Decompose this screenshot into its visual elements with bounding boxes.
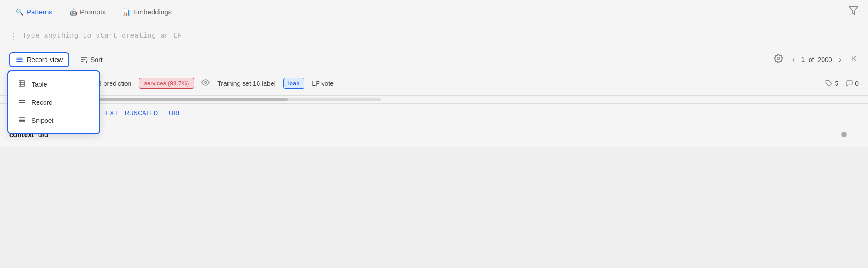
scrollbar-row <box>0 96 868 104</box>
filter-icon[interactable] <box>849 6 859 18</box>
svg-point-19 <box>205 81 207 83</box>
dropdown-snippet-label: Snippet <box>32 117 53 124</box>
tab-prompts[interactable]: 🤖 Prompts <box>63 5 112 19</box>
collapse-icon[interactable] <box>850 54 859 65</box>
tag-count: 5 <box>825 80 838 87</box>
dots-icon[interactable]: ⋮ <box>9 31 18 41</box>
col-header-text-truncated[interactable]: TEXT_TRUNCATED <box>102 109 158 116</box>
table-icon <box>18 80 26 89</box>
search-row: ⋮ Type anything to start creating an LF <box>0 24 868 48</box>
pagination-current: 1 <box>801 56 805 64</box>
dropdown-menu: Table Record <box>7 70 100 134</box>
dropdown-table-label: Table <box>32 81 47 88</box>
bottom-row: context_uid <box>0 122 868 147</box>
snippet-icon <box>18 116 26 125</box>
scrollbar-dot[interactable] <box>841 132 847 137</box>
eye-icon[interactable] <box>201 78 210 89</box>
toolbar-row: Record view Sort ‹ 1 of <box>0 48 868 71</box>
prompts-icon: 🤖 <box>69 8 77 16</box>
dropdown-record-label: Record <box>32 99 52 106</box>
svg-marker-0 <box>849 7 858 15</box>
pagination-total: 2000 <box>818 56 832 64</box>
pagination-separator: of <box>809 56 814 64</box>
svg-rect-9 <box>19 81 25 86</box>
settings-icon[interactable] <box>774 54 783 65</box>
loan-badge: loan <box>283 78 305 89</box>
dropdown-item-table[interactable]: Table <box>8 75 99 93</box>
search-icon: 🔍 <box>16 8 24 16</box>
tab-patterns[interactable]: 🔍 Patterns <box>9 5 59 19</box>
record-view-button[interactable]: Record view <box>9 52 69 67</box>
prediction-badge: services (98.7%) <box>139 78 194 89</box>
tab-embeddings-label: Embeddings <box>133 8 172 16</box>
dropdown-item-record[interactable]: Record <box>8 93 99 111</box>
comment-count: 0 <box>846 80 859 87</box>
data-row: services ▼ ✓ Model 18 prediction service… <box>0 71 868 96</box>
record-icon <box>18 98 26 107</box>
app-container: 🔍 Patterns 🤖 Prompts 📊 Embeddings ⋮ Type… <box>0 0 868 268</box>
training-label: Training set 16 label <box>217 80 276 87</box>
search-placeholder[interactable]: Type anything to start creating an LF <box>22 32 182 40</box>
col-header-url[interactable]: URL <box>169 109 181 116</box>
dropdown-item-snippet[interactable]: Snippet <box>8 111 99 129</box>
pagination-prev[interactable]: ‹ <box>790 55 797 65</box>
sort-button[interactable]: Sort <box>75 53 108 66</box>
sort-label: Sort <box>91 56 103 64</box>
pagination: ‹ 1 of 2000 › <box>790 55 844 65</box>
embeddings-icon: 📊 <box>123 8 130 16</box>
record-view-label: Record view <box>27 56 63 64</box>
tab-bar-left: 🔍 Patterns 🤖 Prompts 📊 Embeddings <box>9 5 178 19</box>
tag-count-value: 5 <box>835 80 838 87</box>
svg-point-7 <box>777 57 779 60</box>
tab-prompts-label: Prompts <box>80 8 106 16</box>
column-headers-row: TEXT TEXT_EMBEDDING TEXT_TRUNCATED URL <box>0 104 868 122</box>
toolbar-right: ‹ 1 of 2000 › <box>774 54 859 65</box>
comment-count-value: 0 <box>855 80 859 87</box>
tab-bar: 🔍 Patterns 🤖 Prompts 📊 Embeddings <box>0 0 868 24</box>
pagination-next[interactable]: › <box>836 55 844 65</box>
tab-embeddings[interactable]: 📊 Embeddings <box>116 5 178 19</box>
tab-patterns-label: Patterns <box>26 8 52 16</box>
lf-vote-label: LF vote <box>312 80 334 87</box>
